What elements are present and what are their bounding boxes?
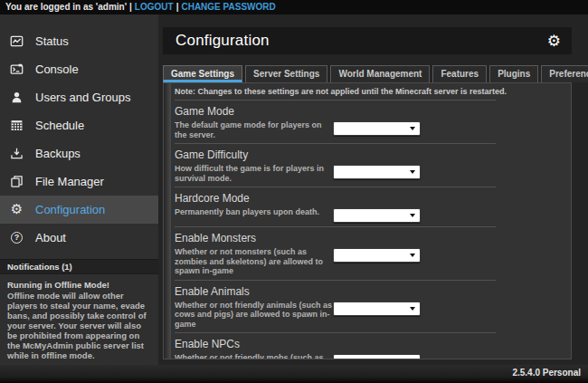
- page-header: Configuration ⚙: [163, 27, 572, 54]
- logout-link[interactable]: LOGOUT: [135, 2, 174, 12]
- setting-row-game-difficulty: Game Difficulty How difficult the game i…: [175, 144, 496, 187]
- notifications-header: Notifications (1): [0, 259, 158, 274]
- setting-select[interactable]: [333, 165, 421, 179]
- tab-content-panel: Note: Changes to these settings are not …: [163, 82, 572, 359]
- sidebar-item-file-manager[interactable]: File Manager: [0, 168, 158, 196]
- notification-title: Running in Offline Mode!: [7, 280, 151, 290]
- dropdown-arrow-icon: [410, 170, 415, 174]
- setting-description: The default game mode for players on the…: [175, 120, 333, 139]
- setting-row-hardcore-mode: Hardcore Mode Permanently ban players up…: [175, 187, 496, 227]
- setting-row-game-mode: Game Mode The default game mode for play…: [175, 101, 496, 144]
- schedule-icon: [9, 118, 24, 133]
- setting-select[interactable]: [333, 302, 421, 316]
- sidebar-item-users-and-groups[interactable]: Users and Groups: [0, 83, 158, 111]
- about-icon: ?: [9, 230, 24, 245]
- tab-plugins[interactable]: Plugins: [489, 65, 538, 82]
- tab-label: Preferences: [549, 69, 588, 79]
- users-icon: [9, 90, 24, 105]
- setting-description: How difficult the game is for players in…: [175, 164, 333, 183]
- sidebar: Status Console Users and Groups Schedule: [0, 14, 158, 365]
- panel-inset-groove: [164, 83, 171, 359]
- tab-game-settings[interactable]: Game Settings: [163, 65, 242, 82]
- setting-select[interactable]: [333, 248, 421, 263]
- sidebar-item-label: File Manager: [35, 175, 104, 188]
- sidebar-item-status[interactable]: Status: [0, 27, 158, 55]
- dropdown-arrow-icon: [410, 127, 415, 130]
- dropdown-arrow-icon: [410, 307, 415, 311]
- setting-row-enable-npcs: Enable NPCs Whether or not friendly mobs…: [175, 333, 496, 359]
- footer: 2.5.4.0 Personal: [0, 365, 588, 383]
- console-icon: [9, 62, 24, 77]
- setting-title: Enable NPCs: [175, 338, 496, 350]
- configuration-icon: ⚙: [9, 202, 24, 217]
- status-icon: [9, 34, 24, 49]
- setting-description: Whether or not friendly animals (such as…: [175, 301, 333, 330]
- sidebar-item-label: Status: [35, 34, 69, 48]
- setting-select[interactable]: [333, 208, 421, 223]
- dropdown-arrow-icon: [410, 254, 415, 257]
- page-title: Configuration: [175, 32, 270, 50]
- change-password-link[interactable]: CHANGE PASSWORD: [181, 2, 275, 12]
- tab-server-settings[interactable]: Server Settings: [245, 65, 327, 82]
- backups-icon: [9, 146, 24, 161]
- setting-title: Game Mode: [175, 105, 496, 118]
- sidebar-item-label: Backups: [35, 147, 81, 160]
- sidebar-item-console[interactable]: Console: [0, 55, 158, 83]
- sidebar-item-about[interactable]: ? About: [0, 224, 158, 252]
- sidebar-item-label: Console: [35, 62, 79, 76]
- notification-body: Offline mode will allow other players to…: [7, 291, 151, 360]
- setting-title: Game Difficulty: [175, 148, 496, 161]
- sidebar-item-label: Users and Groups: [35, 91, 131, 104]
- tab-world-management[interactable]: World Management: [330, 65, 430, 82]
- tab-bar: Game Settings Server Settings World Mana…: [163, 65, 572, 82]
- tab-features[interactable]: Features: [432, 65, 487, 82]
- tab-label: World Management: [338, 69, 422, 79]
- sidebar-item-schedule[interactable]: Schedule: [0, 111, 158, 139]
- setting-title: Enable Animals: [175, 285, 496, 298]
- main-area: Configuration ⚙ Game Settings Server Set…: [163, 14, 572, 365]
- setting-select[interactable]: [333, 354, 421, 359]
- separator: |: [127, 2, 135, 12]
- setting-title: Hardcore Mode: [175, 192, 496, 205]
- sidebar-nav: Status Console Users and Groups Schedule: [0, 14, 158, 252]
- tab-label: Plugins: [498, 69, 530, 79]
- notifications-panel: Running in Offline Mode! Offline mode wi…: [0, 274, 158, 360]
- setting-select[interactable]: [333, 121, 421, 136]
- restart-note: Note: Changes to these settings are not …: [175, 83, 496, 101]
- sidebar-item-label: Configuration: [35, 203, 105, 216]
- dropdown-arrow-icon: [410, 214, 415, 217]
- sidebar-item-backups[interactable]: Backups: [0, 139, 158, 168]
- setting-row-enable-monsters: Enable Monsters Whether or not monsters …: [175, 227, 496, 281]
- sidebar-item-label: Schedule: [35, 119, 84, 132]
- tab-preferences[interactable]: Preferences: [541, 65, 588, 82]
- setting-description: Whether or not friendly mobs (such as vi…: [175, 353, 333, 359]
- login-status-text: You are logged in as 'admin': [5, 2, 127, 12]
- topbar: You are logged in as 'admin'|LOGOUT|CHAN…: [0, 0, 588, 14]
- setting-title: Enable Monsters: [175, 232, 496, 244]
- version-text: 2.5.4.0 Personal: [512, 368, 581, 378]
- gear-icon[interactable]: ⚙: [547, 34, 561, 49]
- sidebar-item-configuration[interactable]: ⚙ Configuration: [0, 196, 158, 224]
- setting-row-enable-animals: Enable Animals Whether or not friendly a…: [175, 281, 496, 334]
- tab-label: Server Settings: [253, 69, 319, 79]
- tab-label: Game Settings: [171, 69, 234, 79]
- sidebar-item-label: About: [35, 231, 66, 244]
- setting-description: Whether or not monsters (such as zombies…: [175, 247, 333, 276]
- file-manager-icon: [9, 174, 24, 189]
- setting-description: Permanently ban players upon death.: [175, 207, 333, 217]
- tab-label: Features: [441, 69, 479, 79]
